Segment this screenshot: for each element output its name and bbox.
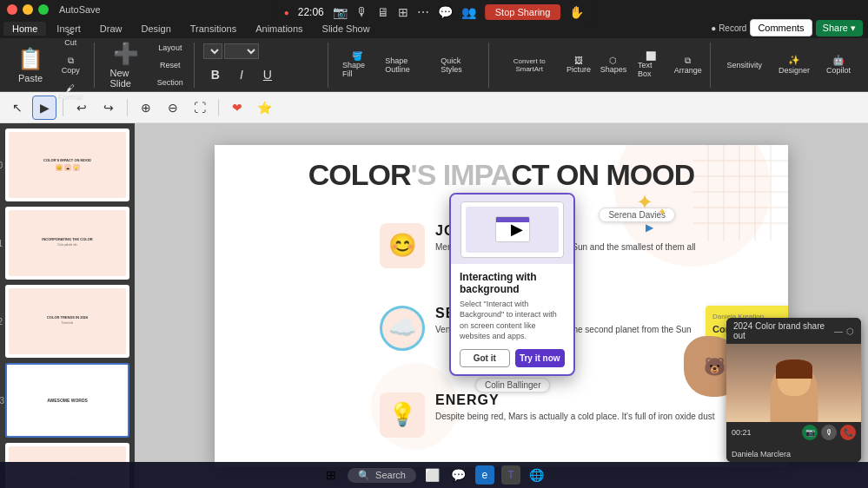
reset-button[interactable]: Reset: [152, 57, 189, 73]
popup-cursor-icon: ▶: [511, 220, 523, 239]
popup-desc: Select "Interact with Background" to int…: [460, 299, 565, 342]
shapes-button[interactable]: ⬡ Shapes: [597, 52, 630, 77]
tab-draw[interactable]: Draw: [91, 22, 131, 36]
title-bar-left: AutoSave: [7, 4, 101, 15]
share-button[interactable]: Share ▾: [816, 20, 863, 36]
zoom-in-button[interactable]: ⊕: [134, 96, 158, 120]
taskbar: ⊞ 🔍 Search ⬜ 💬 e T 🌐: [0, 462, 868, 488]
section-energy: 💡 ENERGY Despite being red, Mars is actu…: [380, 392, 715, 438]
video-person-name: 00:21: [732, 428, 752, 437]
italic-button[interactable]: I: [229, 63, 254, 87]
shape-fill-button[interactable]: 🪣 Shape Fill: [337, 48, 377, 82]
video-header-controls: — ⬡: [834, 326, 854, 336]
separator-3: [218, 99, 219, 116]
separator-1: [63, 99, 63, 116]
minimize-btn[interactable]: [23, 4, 33, 15]
pointer-tool[interactable]: ▶: [32, 96, 56, 120]
layout-icon[interactable]: ⊞: [398, 5, 408, 19]
popup-title: Interacting with background: [460, 271, 565, 295]
video-person-area: [726, 344, 861, 422]
camera-icon[interactable]: 📷: [333, 5, 348, 19]
font-family-select[interactable]: [203, 43, 222, 59]
tab-design[interactable]: Design: [133, 22, 180, 36]
heart-tool[interactable]: ❤: [225, 96, 249, 120]
teams-logo: T: [507, 469, 514, 481]
new-slide-button[interactable]: ➕ New Slide: [103, 36, 149, 94]
record-button[interactable]: ● Record: [711, 23, 746, 33]
paste-button[interactable]: 📋 Paste: [10, 42, 50, 89]
screen-icon[interactable]: 🖥: [377, 5, 389, 19]
joy-icon: 😊: [388, 232, 416, 259]
video-camera-button[interactable]: 📷: [802, 425, 818, 440]
layout-button[interactable]: Layout: [152, 40, 189, 56]
chat-taskbar-icon[interactable]: 💬: [449, 465, 468, 485]
try-it-button[interactable]: Try it now: [515, 349, 566, 367]
new-slide-icon: ➕: [113, 42, 139, 66]
popup-preview-inner: ▶: [461, 201, 565, 258]
quick-styles-button[interactable]: Quick Styles: [435, 53, 483, 77]
meeting-timer: 22:06: [298, 6, 324, 18]
undo-button[interactable]: ↩: [70, 96, 94, 120]
copy-button[interactable]: ⧉ Copy: [53, 52, 89, 78]
chat-icon[interactable]: 💬: [438, 5, 453, 19]
slide-inner-10: COLOR'S IMPACT ON MOOD 😊 ☁ 💡: [9, 132, 126, 198]
redo-button[interactable]: ↪: [96, 96, 121, 120]
star-tool[interactable]: ⭐: [252, 96, 276, 120]
energy-heading: ENERGY: [435, 392, 715, 408]
comments-button[interactable]: Comments: [750, 19, 812, 36]
tab-transitions[interactable]: Transitions: [182, 22, 245, 36]
slide-main-title: COLOR'S IMPACT ON MOOD: [308, 158, 694, 192]
picture-icon: 🖼: [574, 56, 583, 65]
slide-canvas[interactable]: COLOR'S IMPACT ON MOOD 😊 JOY Mercury is …: [215, 145, 788, 467]
grid-decoration: [692, 145, 788, 241]
hand-icon[interactable]: ✋: [569, 5, 584, 19]
stop-sharing-button[interactable]: Stop Sharing: [485, 4, 561, 20]
ribbon-toolbar: 📋 Paste ✂ Cut ⧉ Copy 🖌 Format ➕ New Slid…: [0, 38, 868, 92]
widgets-icon[interactable]: ⬜: [423, 465, 442, 485]
shape-outline-button[interactable]: Shape Outline: [380, 53, 433, 77]
video-expand-icon[interactable]: ⬡: [846, 326, 854, 336]
maximize-btn[interactable]: [38, 4, 49, 15]
picture-button[interactable]: 🖼 Picture: [563, 52, 594, 77]
convert-smartart-button[interactable]: Convert to SmartArt: [498, 54, 560, 76]
section-button[interactable]: Section: [152, 75, 189, 90]
record-dot: ●: [284, 8, 289, 17]
shape-fill-icon: 🪣: [352, 51, 362, 61]
video-minimize-icon[interactable]: —: [834, 326, 843, 336]
app-name: AutoSave: [59, 4, 101, 15]
close-btn[interactable]: [7, 4, 17, 15]
actions-icon[interactable]: ⋯: [417, 5, 429, 19]
slide-inner-11: INCORPORATING THE COLOR Color palette in…: [9, 210, 126, 276]
copilot-button[interactable]: 🤖 Copilot: [819, 49, 858, 80]
people-icon[interactable]: 👥: [461, 5, 476, 19]
select-tool[interactable]: ↖: [5, 96, 30, 120]
windows-icon[interactable]: ⊞: [321, 465, 341, 485]
font-size-select[interactable]: [224, 43, 259, 59]
edge-icon[interactable]: e: [475, 465, 494, 485]
star-decoration-2: ✦: [658, 206, 666, 218]
serenity-icon: ☁️: [388, 314, 416, 341]
underline-button[interactable]: U: [255, 63, 280, 87]
video-end-call-button[interactable]: 📞: [840, 425, 856, 440]
slide-thumb-13[interactable]: 13 AWESOME WORDS: [5, 363, 129, 438]
got-it-button[interactable]: Got it: [460, 349, 510, 367]
video-mic-button[interactable]: 🎙: [821, 425, 837, 440]
designer-button[interactable]: ✨ Designer: [772, 49, 817, 80]
arrange-button[interactable]: ⧉ Arrange: [671, 52, 705, 78]
mic-icon[interactable]: 🎙: [356, 5, 368, 19]
tab-home[interactable]: Home: [3, 22, 46, 36]
sensitivity-button[interactable]: Sensitivity: [719, 56, 769, 75]
bold-button[interactable]: B: [203, 63, 228, 87]
energy-text: ENERGY Despite being red, Mars is actual…: [435, 392, 715, 423]
chrome-icon[interactable]: 🌐: [527, 465, 547, 485]
bear-face: 🐻: [704, 356, 726, 377]
slide-thumb-10[interactable]: 10 COLOR'S IMPACT ON MOOD 😊 ☁ 💡: [5, 129, 129, 201]
slide-thumb-12[interactable]: 12 COLOR TRENDS IN 2024 Trend info: [5, 285, 129, 358]
teams-icon[interactable]: T: [501, 465, 520, 485]
taskbar-search[interactable]: 🔍 Search: [348, 468, 416, 483]
text-box-button[interactable]: ⬜ Text Box: [633, 48, 668, 82]
zoom-out-button[interactable]: ⊖: [161, 96, 185, 120]
fit-button[interactable]: ⛶: [188, 96, 212, 120]
slide-thumb-11[interactable]: 11 INCORPORATING THE COLOR Color palette…: [5, 207, 129, 280]
cut-button[interactable]: ✂ Cut: [53, 25, 89, 50]
